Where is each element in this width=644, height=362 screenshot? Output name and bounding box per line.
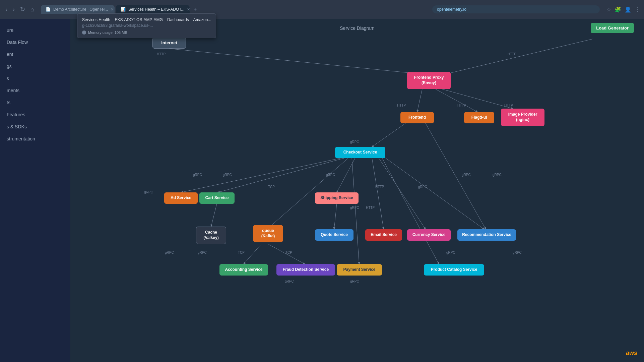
sidebar-item-2[interactable]: ent bbox=[0, 48, 70, 60]
star-icon[interactable]: ☆ bbox=[606, 6, 611, 13]
node-accounting-service[interactable]: Accounting Service bbox=[219, 264, 268, 276]
svg-line-15 bbox=[211, 204, 217, 227]
conn-label-grpc-rec3: gRPC bbox=[493, 173, 502, 177]
tab-favicon-2: 📊 bbox=[121, 7, 126, 12]
nav-controls: ‹ › ↻ ⌂ bbox=[4, 5, 36, 14]
node-currency-service[interactable]: Currency Service bbox=[407, 229, 451, 241]
node-cart-service[interactable]: Cart Service bbox=[199, 192, 235, 204]
sidebar-item-dataflow[interactable]: Data Flow bbox=[0, 36, 70, 48]
node-recommendation-service[interactable]: Recommendation Service bbox=[457, 229, 516, 241]
address-bar[interactable]: opentelemetry.io bbox=[432, 5, 600, 13]
node-frontend[interactable]: Frontend bbox=[400, 112, 434, 123]
svg-line-16 bbox=[334, 204, 337, 229]
node-quote-service[interactable]: Quote Service bbox=[315, 229, 353, 241]
sidebar-item-sdks[interactable]: s & SDKs bbox=[0, 121, 70, 133]
load-generator-button[interactable]: Load Generator bbox=[591, 23, 634, 33]
conn-label-grpc-bot1: gRPC bbox=[285, 280, 294, 283]
profile-icon[interactable]: 👤 bbox=[625, 6, 631, 13]
conn-label-grpc1: gRPC bbox=[350, 140, 359, 144]
svg-line-0 bbox=[169, 49, 422, 74]
sidebar-item-6[interactable]: ts bbox=[0, 97, 70, 109]
node-flagd-ui[interactable]: Flagd-ui bbox=[464, 112, 494, 123]
conn-label-http4: HTTP bbox=[457, 104, 466, 107]
sidebar-item-4[interactable]: s bbox=[0, 72, 70, 84]
conn-label-grpc-cart: gRPC bbox=[193, 173, 202, 177]
conn-label-http-checkout: HTTP bbox=[375, 185, 384, 189]
menu-icon[interactable]: ⋮ bbox=[635, 6, 640, 13]
tab-demo-architecture[interactable]: 📄 Demo Architecture | OpenTel... ✕ bbox=[41, 5, 115, 14]
diagram-title: Service Diagram bbox=[340, 25, 374, 31]
back-button[interactable]: ‹ bbox=[4, 5, 9, 14]
svg-line-19 bbox=[426, 123, 486, 229]
conn-label-grpc-co: gRPC bbox=[326, 173, 335, 177]
tab-close-2[interactable]: ✕ bbox=[187, 7, 190, 12]
extensions-icon[interactable]: 🧩 bbox=[615, 6, 621, 13]
svg-line-2 bbox=[417, 89, 422, 112]
conn-label-grpc-bot2: gRPC bbox=[350, 280, 359, 283]
conn-label-grpc-rec2: gRPC bbox=[462, 173, 471, 177]
home-button[interactable]: ⌂ bbox=[29, 5, 36, 14]
tab-tooltip: Services Health – EKS-ADOT-OS-AMP-AMG – … bbox=[77, 13, 216, 38]
node-shipping-service[interactable]: Shipping Service bbox=[315, 192, 359, 204]
conn-label-http-ship: HTTP bbox=[366, 206, 375, 209]
tooltip-subtitle: g-1c630ac683.grafana-workspace.us-... bbox=[82, 23, 211, 28]
conn-label-grpc-curr: gRPC bbox=[418, 185, 427, 189]
node-image-provider[interactable]: Image Provider (nginx) bbox=[501, 109, 544, 126]
svg-line-3 bbox=[436, 89, 477, 112]
conn-label-http2: HTTP bbox=[508, 52, 516, 56]
tooltip-title: Services Health – EKS-ADOT-OS-AMP-AMG – … bbox=[82, 17, 211, 23]
sidebar-item-0[interactable]: ure bbox=[0, 24, 70, 36]
memory-icon bbox=[82, 31, 86, 35]
conn-label-grpc-ad: gRPC bbox=[144, 190, 153, 194]
conn-label-http1: HTTP bbox=[157, 52, 166, 56]
conn-label-grpc-acc: gRPC bbox=[165, 251, 174, 254]
conn-label-http5: HTTP bbox=[504, 104, 513, 107]
diagram-area: Service Diagram Load Generator bbox=[70, 19, 644, 362]
node-product-catalog-service[interactable]: Product Catalog Service bbox=[424, 264, 484, 276]
sidebar-item-3[interactable]: gs bbox=[0, 60, 70, 72]
svg-line-12 bbox=[352, 158, 359, 264]
conn-label-grpc-ship: gRPC bbox=[223, 173, 232, 177]
main-layout: ure Data Flow ent gs s ments ts Features… bbox=[0, 19, 644, 362]
svg-line-13 bbox=[382, 158, 439, 264]
conn-label-tcp-acc: TCP bbox=[238, 251, 245, 254]
node-frontend-proxy[interactable]: Frontend Proxy (Envoy) bbox=[407, 72, 451, 89]
tab-services-health[interactable]: 📊 Services Health – EKS-ADOT... ✕ bbox=[116, 5, 190, 14]
reload-button[interactable]: ↻ bbox=[19, 5, 26, 14]
svg-line-17 bbox=[244, 244, 261, 264]
sidebar-item-features[interactable]: Features bbox=[0, 109, 70, 121]
browser-actions: ☆ 🧩 👤 ⋮ bbox=[606, 6, 640, 13]
connections-svg bbox=[70, 19, 644, 362]
svg-line-8 bbox=[337, 158, 355, 192]
tab-favicon: 📄 bbox=[46, 7, 51, 12]
conn-label-tcp-fraud: TCP bbox=[285, 251, 292, 254]
node-queue-kafka[interactable]: queue (Kafka) bbox=[253, 225, 283, 242]
node-internet[interactable]: Internet bbox=[152, 37, 186, 49]
svg-line-10 bbox=[379, 158, 426, 229]
sidebar-item-instrumentation[interactable]: strumentation bbox=[0, 133, 70, 145]
svg-line-11 bbox=[372, 158, 384, 229]
aws-badge: aws bbox=[626, 350, 637, 357]
svg-line-6 bbox=[181, 158, 342, 192]
conn-label-grpc-acc2: gRPC bbox=[198, 251, 207, 254]
conn-label-grpc-prod: gRPC bbox=[446, 251, 455, 254]
conn-label-tcp-ship: TCP bbox=[268, 185, 275, 189]
svg-line-14 bbox=[385, 158, 484, 229]
node-email-service[interactable]: Email Service bbox=[365, 229, 402, 241]
conn-label-grpc-prod2: gRPC bbox=[513, 251, 522, 254]
tooltip-memory: Memory usage: 106 MB bbox=[82, 31, 211, 35]
node-cache[interactable]: Cache (Valkey) bbox=[196, 227, 226, 244]
tab-close-1[interactable]: ✕ bbox=[111, 7, 114, 12]
node-fraud-detection-service[interactable]: Fraud Detection Service bbox=[276, 264, 335, 276]
node-checkout[interactable]: Checkout Service bbox=[335, 147, 385, 158]
node-ad-service[interactable]: Ad Service bbox=[164, 192, 198, 204]
node-payment-service[interactable]: Payment Service bbox=[337, 264, 382, 276]
conn-label-grpc-ship2: gRPC bbox=[350, 206, 359, 209]
forward-button[interactable]: › bbox=[11, 5, 16, 14]
sidebar-item-5[interactable]: ments bbox=[0, 84, 70, 97]
svg-line-4 bbox=[442, 89, 513, 109]
svg-line-5 bbox=[372, 123, 405, 147]
sidebar: ure Data Flow ent gs s ments ts Features… bbox=[0, 19, 70, 362]
new-tab-button[interactable]: + bbox=[191, 5, 199, 14]
tab-bar: 📄 Demo Architecture | OpenTel... ✕ 📊 Ser… bbox=[41, 5, 430, 14]
